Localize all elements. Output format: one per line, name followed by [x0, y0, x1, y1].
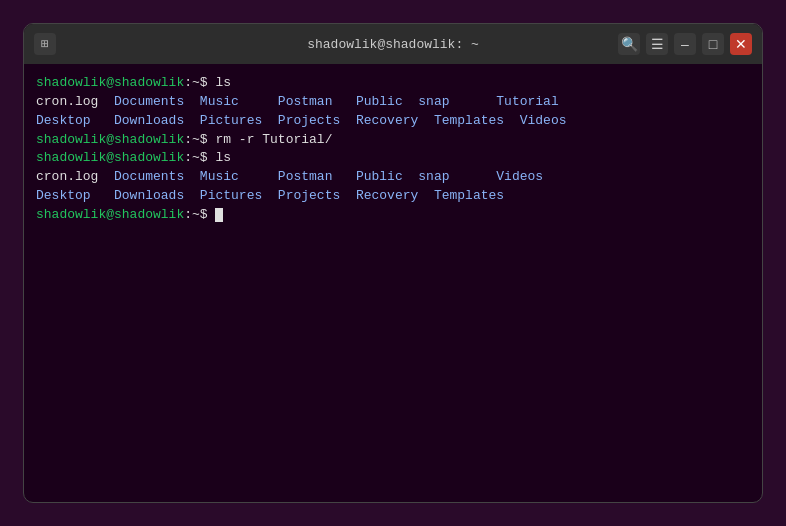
ls-item: Templates: [418, 113, 519, 128]
search-button[interactable]: 🔍: [618, 33, 640, 55]
terminal-line: shadowlik@shadowlik:~$ ls: [36, 74, 750, 93]
ls-item: Videos: [520, 113, 567, 128]
prompt-sep: :~$: [184, 207, 215, 222]
ls-item: Tutorial: [496, 94, 558, 109]
terminal-body[interactable]: shadowlik@shadowlik:~$ ls cron.log Docum…: [24, 64, 762, 502]
ls-item: Pictures: [200, 188, 278, 203]
menu-button[interactable]: ☰: [646, 33, 668, 55]
maximize-button[interactable]: □: [702, 33, 724, 55]
ls-item: Public: [356, 169, 418, 184]
ls-item: Desktop: [36, 188, 114, 203]
prompt: shadowlik@shadowlik: [36, 132, 184, 147]
titlebar-controls: 🔍 ☰ – □ ✕: [618, 33, 752, 55]
terminal-line: shadowlik@shadowlik:~$: [36, 206, 750, 225]
command-text: rm -r Tutorial/: [215, 132, 332, 147]
terminal-window: ⊞ shadowlik@shadowlik: ~ 🔍 ☰ – □ ✕ shado…: [23, 23, 763, 503]
ls-item: Desktop: [36, 113, 114, 128]
minimize-button[interactable]: –: [674, 33, 696, 55]
ls-item: Projects: [278, 113, 356, 128]
terminal-cursor: [215, 208, 223, 222]
ls-item: Documents: [114, 94, 200, 109]
command-text: ls: [215, 75, 231, 90]
prompt: shadowlik@shadowlik: [36, 150, 184, 165]
ls-item: Postman: [278, 94, 356, 109]
prompt: shadowlik@shadowlik: [36, 207, 184, 222]
ls-item: Recovery: [356, 188, 418, 203]
ls-item: Videos: [496, 169, 543, 184]
prompt-sep: :~$: [184, 132, 215, 147]
titlebar-left: ⊞: [34, 33, 56, 55]
ls-item: Music: [200, 169, 278, 184]
prompt: shadowlik@shadowlik: [36, 75, 184, 90]
prompt-sep: :~$: [184, 75, 215, 90]
ls-item: Downloads: [114, 188, 200, 203]
ls-item: Documents: [114, 169, 200, 184]
ls-item: snap: [418, 169, 496, 184]
terminal-line: shadowlik@shadowlik:~$ rm -r Tutorial/: [36, 131, 750, 150]
terminal-line: Desktop Downloads Pictures Projects Reco…: [36, 112, 750, 131]
ls-item: snap: [418, 94, 496, 109]
window-title: shadowlik@shadowlik: ~: [307, 37, 479, 52]
ls-item: Pictures: [200, 113, 278, 128]
window-icon: ⊞: [34, 33, 56, 55]
terminal-line: shadowlik@shadowlik:~$ ls: [36, 149, 750, 168]
command-text: ls: [215, 150, 231, 165]
close-button[interactable]: ✕: [730, 33, 752, 55]
ls-item: cron.log: [36, 169, 114, 184]
ls-item: Templates: [418, 188, 504, 203]
terminal-line: Desktop Downloads Pictures Projects Reco…: [36, 187, 750, 206]
ls-item: Downloads: [114, 113, 200, 128]
terminal-line: cron.log Documents Music Postman Public …: [36, 168, 750, 187]
prompt-sep: :~$: [184, 150, 215, 165]
terminal-line: cron.log Documents Music Postman Public …: [36, 93, 750, 112]
ls-item: Projects: [278, 188, 356, 203]
ls-item: cron.log: [36, 94, 114, 109]
ls-item: Postman: [278, 169, 356, 184]
ls-item: Recovery: [356, 113, 418, 128]
ls-item: Public: [356, 94, 418, 109]
ls-item: Music: [200, 94, 278, 109]
titlebar: ⊞ shadowlik@shadowlik: ~ 🔍 ☰ – □ ✕: [24, 24, 762, 64]
